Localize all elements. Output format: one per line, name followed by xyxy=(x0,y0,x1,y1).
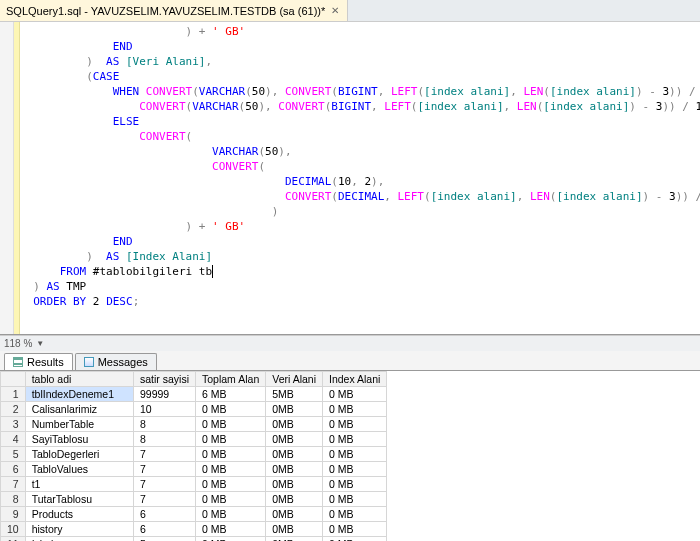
cell[interactable]: 0MB xyxy=(266,507,323,522)
cell[interactable]: 0 MB xyxy=(323,507,387,522)
cell[interactable]: 7 xyxy=(134,492,196,507)
cell[interactable]: 0 MB xyxy=(323,462,387,477)
cell[interactable]: 99999 xyxy=(134,387,196,402)
row-number[interactable]: 3 xyxy=(1,417,26,432)
cell[interactable]: tblIndexDeneme1 xyxy=(25,387,133,402)
document-tab[interactable]: SQLQuery1.sql - YAVUZSELIM.YAVUZSELIM.TE… xyxy=(0,0,348,21)
cell[interactable]: 0 MB xyxy=(196,417,266,432)
cell[interactable]: 0 MB xyxy=(323,387,387,402)
cell[interactable]: 0MB xyxy=(266,462,323,477)
column-header[interactable]: tablo adi xyxy=(25,372,133,387)
tab-messages-label: Messages xyxy=(98,356,148,368)
row-number[interactable]: 8 xyxy=(1,492,26,507)
cell[interactable]: 0 MB xyxy=(323,447,387,462)
cell[interactable]: 0 MB xyxy=(323,417,387,432)
cell[interactable]: 0 MB xyxy=(323,432,387,447)
row-number[interactable]: 1 xyxy=(1,387,26,402)
cell[interactable]: 0 MB xyxy=(323,492,387,507)
code-area[interactable]: ) + ' GB' END ) AS [Veri Alani], (CASE W… xyxy=(20,22,700,334)
editor-gutter xyxy=(0,22,14,334)
cell[interactable]: 8 xyxy=(134,417,196,432)
cell[interactable]: 0MB xyxy=(266,537,323,542)
cell[interactable]: 0 MB xyxy=(196,507,266,522)
cell[interactable]: TutarTablosu xyxy=(25,492,133,507)
cell[interactable]: 0MB xyxy=(266,477,323,492)
cell[interactable]: 0MB xyxy=(266,492,323,507)
cell[interactable]: 5 xyxy=(134,537,196,542)
cell[interactable]: 0 MB xyxy=(323,402,387,417)
row-number[interactable]: 10 xyxy=(1,522,26,537)
cell[interactable]: 7 xyxy=(134,462,196,477)
row-number[interactable]: 2 xyxy=(1,402,26,417)
table-row[interactable]: 1tblIndexDeneme1999996 MB5MB0 MB xyxy=(1,387,387,402)
cell[interactable]: 0 MB xyxy=(196,432,266,447)
cell[interactable]: 0 MB xyxy=(196,492,266,507)
cell[interactable]: 0 MB xyxy=(323,537,387,542)
cell[interactable]: 0MB xyxy=(266,447,323,462)
chevron-down-icon[interactable]: ▼ xyxy=(36,339,44,348)
table-row[interactable]: 9Products60 MB0MB0 MB xyxy=(1,507,387,522)
table-row[interactable]: 7t170 MB0MB0 MB xyxy=(1,477,387,492)
row-number[interactable]: 5 xyxy=(1,447,26,462)
cell[interactable]: 8 xyxy=(134,432,196,447)
cell[interactable]: 5MB xyxy=(266,387,323,402)
row-number[interactable]: 11 xyxy=(1,537,26,542)
tab-results-label: Results xyxy=(27,356,64,368)
row-number[interactable]: 9 xyxy=(1,507,26,522)
tab-results[interactable]: Results xyxy=(4,353,73,370)
cell[interactable]: 6 xyxy=(134,522,196,537)
document-tab-title: SQLQuery1.sql - YAVUZSELIM.YAVUZSELIM.TE… xyxy=(6,5,325,17)
cell[interactable]: history xyxy=(25,522,133,537)
cell[interactable]: SayiTablosu xyxy=(25,432,133,447)
cell[interactable]: 0 MB xyxy=(323,477,387,492)
document-tab-bar: SQLQuery1.sql - YAVUZSELIM.YAVUZSELIM.TE… xyxy=(0,0,700,22)
cell[interactable]: 0 MB xyxy=(323,522,387,537)
row-number[interactable]: 4 xyxy=(1,432,26,447)
cell[interactable]: 0 MB xyxy=(196,477,266,492)
results-grid[interactable]: tablo adisatir sayisiToplam AlanVeri Ala… xyxy=(0,371,387,541)
table-row[interactable]: 5TabloDegerleri70 MB0MB0 MB xyxy=(1,447,387,462)
tab-bar-empty xyxy=(348,0,700,21)
table-row[interactable]: 11Isimler50 MB0MB0 MB xyxy=(1,537,387,542)
column-header[interactable]: Veri Alani xyxy=(266,372,323,387)
cell[interactable]: 0MB xyxy=(266,417,323,432)
table-row[interactable]: 2Calisanlarimiz100 MB0MB0 MB xyxy=(1,402,387,417)
cell[interactable]: 6 MB xyxy=(196,387,266,402)
table-row[interactable]: 4SayiTablosu80 MB0MB0 MB xyxy=(1,432,387,447)
table-row[interactable]: 6TabloValues70 MB0MB0 MB xyxy=(1,462,387,477)
cell[interactable]: NumberTable xyxy=(25,417,133,432)
table-row[interactable]: 3NumberTable80 MB0MB0 MB xyxy=(1,417,387,432)
cell[interactable]: 7 xyxy=(134,447,196,462)
results-grid-wrap[interactable]: tablo adisatir sayisiToplam AlanVeri Ala… xyxy=(0,371,700,541)
cell[interactable]: Products xyxy=(25,507,133,522)
cell[interactable]: 0 MB xyxy=(196,537,266,542)
cell[interactable]: 6 xyxy=(134,507,196,522)
cell[interactable]: 7 xyxy=(134,477,196,492)
cell[interactable]: 0MB xyxy=(266,402,323,417)
cell[interactable]: 0MB xyxy=(266,432,323,447)
sql-editor[interactable]: ) + ' GB' END ) AS [Veri Alani], (CASE W… xyxy=(0,22,700,335)
grid-icon xyxy=(13,357,23,367)
tab-messages[interactable]: Messages xyxy=(75,353,157,370)
cell[interactable]: 0 MB xyxy=(196,402,266,417)
results-tab-bar: Results Messages xyxy=(0,351,700,371)
cell[interactable]: Calisanlarimiz xyxy=(25,402,133,417)
column-header[interactable]: satir sayisi xyxy=(134,372,196,387)
table-row[interactable]: 8TutarTablosu70 MB0MB0 MB xyxy=(1,492,387,507)
row-number[interactable]: 6 xyxy=(1,462,26,477)
cell[interactable]: Isimler xyxy=(25,537,133,542)
cell[interactable]: TabloDegerleri xyxy=(25,447,133,462)
table-row[interactable]: 10history60 MB0MB0 MB xyxy=(1,522,387,537)
cell[interactable]: 0MB xyxy=(266,522,323,537)
close-icon[interactable]: ✕ xyxy=(329,5,341,16)
cell[interactable]: 0 MB xyxy=(196,447,266,462)
cell[interactable]: TabloValues xyxy=(25,462,133,477)
column-header[interactable]: Index Alani xyxy=(323,372,387,387)
column-header[interactable]: Toplam Alan xyxy=(196,372,266,387)
row-number[interactable]: 7 xyxy=(1,477,26,492)
cell[interactable]: 10 xyxy=(134,402,196,417)
cell[interactable]: 0 MB xyxy=(196,462,266,477)
cell[interactable]: 0 MB xyxy=(196,522,266,537)
cell[interactable]: t1 xyxy=(25,477,133,492)
zoom-level[interactable]: 118 % xyxy=(4,338,32,349)
